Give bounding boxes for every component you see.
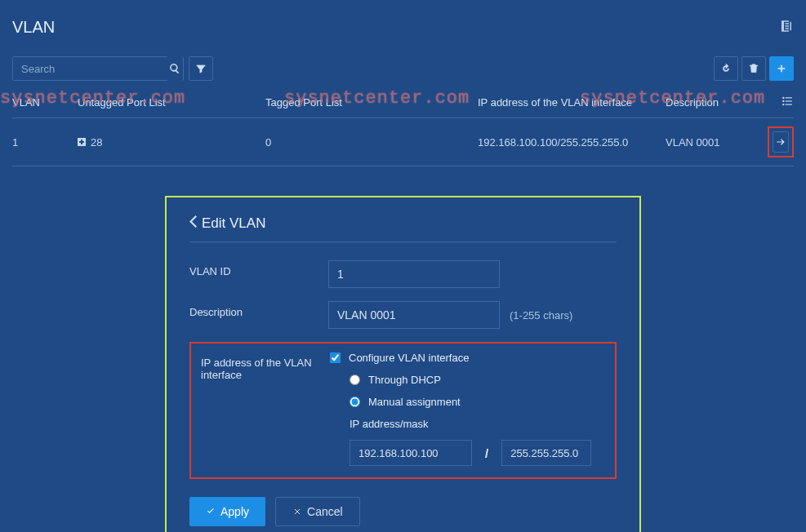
table-header: VLAN Untagged Port List Tagged Port List…	[12, 87, 794, 118]
apply-button[interactable]: Apply	[189, 497, 265, 526]
search-box	[12, 56, 184, 81]
col-vlan: VLAN	[12, 96, 78, 109]
vlan-id-input[interactable]	[328, 260, 500, 288]
cell-tagged: 0	[265, 136, 478, 149]
search-input[interactable]	[13, 63, 167, 75]
ip-config-highlight: IP address of the VLAN interface Configu…	[189, 342, 617, 479]
add-button[interactable]	[769, 56, 794, 81]
edit-row-button[interactable]	[773, 131, 789, 153]
edit-vlan-panel: Edit VLAN VLAN ID Description (1-255 cha…	[165, 196, 641, 532]
log-icon[interactable]	[779, 19, 794, 36]
manual-label: Manual assignment	[368, 396, 461, 408]
ip-mask-label: IP address/mask	[350, 418, 605, 430]
back-icon[interactable]	[189, 215, 197, 232]
mask-input[interactable]	[501, 440, 591, 466]
ip-mask-separator: /	[485, 446, 488, 460]
label-description: Description	[189, 301, 328, 329]
svg-point-0	[782, 97, 784, 99]
configure-checkbox[interactable]	[330, 352, 341, 363]
cell-untagged: 28	[91, 136, 102, 149]
filter-button[interactable]	[189, 56, 213, 81]
svg-rect-1	[786, 97, 792, 98]
expand-icon[interactable]	[78, 136, 86, 149]
dhcp-label: Through DHCP	[368, 374, 441, 386]
svg-rect-3	[786, 100, 792, 101]
manual-radio[interactable]	[350, 397, 360, 407]
column-menu-icon[interactable]	[781, 95, 794, 109]
configure-label: Configure VLAN interface	[349, 352, 469, 364]
panel-title: Edit VLAN	[202, 215, 265, 232]
cell-desc: VLAN 0001	[666, 136, 768, 149]
label-ip-section: IP address of the VLAN interface	[201, 352, 330, 466]
col-untagged: Untagged Port List	[78, 96, 265, 109]
svg-point-4	[782, 104, 784, 105]
delete-button[interactable]	[741, 56, 766, 81]
cell-ip: 192.168.100.100/255.255.255.0	[478, 136, 666, 149]
col-desc: Description	[666, 96, 768, 109]
cancel-button[interactable]: Cancel	[275, 497, 360, 526]
page-title: VLAN	[12, 18, 55, 37]
col-tagged: Tagged Port List	[265, 96, 478, 109]
refresh-button[interactable]	[714, 56, 738, 81]
row-action-highlight	[768, 126, 794, 157]
search-icon[interactable]	[167, 56, 183, 81]
ip-input[interactable]	[350, 440, 472, 466]
apply-label: Apply	[220, 505, 249, 518]
label-vlan-id: VLAN ID	[189, 260, 328, 288]
cell-vlan: 1	[12, 136, 78, 149]
svg-rect-5	[786, 104, 792, 105]
description-input[interactable]	[328, 301, 500, 329]
description-hint: (1-255 chars)	[510, 309, 572, 321]
dhcp-radio[interactable]	[350, 375, 360, 385]
cancel-label: Cancel	[307, 505, 343, 518]
svg-rect-8	[81, 140, 82, 144]
svg-point-2	[782, 100, 784, 102]
col-ip: IP address of the VLAN interface	[478, 96, 666, 109]
table-row[interactable]: 1 28 0 192.168.100.100/255.255.255.0 VLA…	[12, 118, 794, 166]
